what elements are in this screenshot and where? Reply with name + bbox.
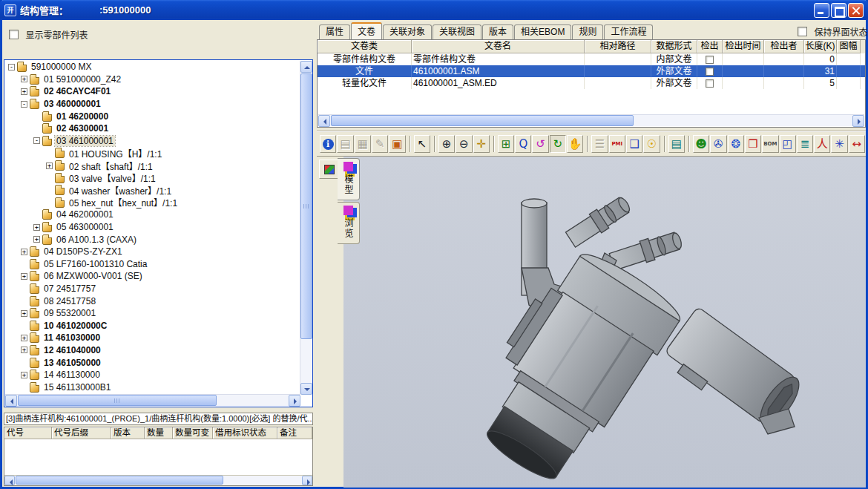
tab[interactable]: 相关EBOM [514,24,571,39]
tree-item-label[interactable]: 04 D150PS-ZY-ZX1 [42,246,124,257]
tree-item-label[interactable]: 15 461130000B1 [42,382,113,393]
zoom-in-button[interactable]: ⊕ [438,135,455,153]
skeleton-button[interactable]: 人 [814,135,830,153]
tab[interactable]: 关联对象 [383,24,432,39]
expand-toggle-icon[interactable]: + [21,347,27,353]
column-header[interactable]: 借用标识状态 [213,427,277,439]
scroll-right-icon[interactable] [302,476,312,485]
tree-item-label[interactable]: 591000000 MX [30,62,93,72]
tree-item-label[interactable]: 02 shaft【shaft】/1:1 [68,160,154,172]
expand-toggle-icon[interactable]: - [21,101,27,108]
light-button[interactable]: ☉ [643,135,660,153]
export-doc-button[interactable]: ▣ [389,135,405,153]
preview-window-button[interactable]: ◰ [780,135,796,153]
viewport-3d[interactable] [343,157,866,488]
expand-toggle-icon[interactable]: + [33,224,40,231]
column-header[interactable]: 检出 [697,40,723,53]
view-cube-button[interactable] [319,160,340,179]
column-header[interactable]: 数量 [145,427,173,439]
tree-item-label[interactable]: 05 hex_nut【hex_nut】/1:1 [68,196,179,209]
checked-out-checkbox[interactable] [706,79,714,88]
close-button[interactable] [848,3,864,18]
table-row[interactable]: 文件461000001.ASM外部文卷31 [318,65,865,77]
expand-toggle-icon[interactable]: + [21,76,27,82]
zoom-dynamic-button[interactable]: Q [515,135,531,153]
tree-item-label[interactable]: 07 24517757 [42,283,97,294]
tree-item-label[interactable]: 09 55320001 [42,308,97,318]
column-header[interactable]: 检出者 [764,40,804,53]
tree-item-label[interactable]: 03 461000001 [55,136,115,146]
expand-toggle-icon[interactable]: + [46,163,53,169]
document-hscrollbar[interactable] [318,114,864,126]
tree-item-label[interactable]: 03 460000001 [42,99,102,109]
expand-toggle-icon[interactable]: + [33,236,40,243]
tab[interactable]: 文卷 [351,22,382,39]
title-bar[interactable]: 开 结构管理： :591000000 [0,0,868,20]
tab[interactable]: 规则 [572,24,603,39]
tree-item-label[interactable]: 05 LF7160-1001310 Catia [42,259,148,269]
scroll-left-icon[interactable] [318,115,330,127]
zoom-window-button[interactable]: ⊞ [498,135,514,153]
rotate-button[interactable]: ↻ [550,135,566,153]
table-row[interactable]: 轻量化文件461000001_ASM.ED外部文卷5 [318,77,865,89]
column-header[interactable]: 数量可变 [173,427,213,439]
tree-item-label[interactable]: 04 462000001 [55,209,115,220]
expand-toggle-icon[interactable]: + [21,88,27,95]
table-row[interactable]: 零部件结构文卷零部件结构文卷内部文卷0 [318,53,865,65]
tree-item-label[interactable]: 01 591000000_Z42 [42,74,122,85]
select-cursor-button[interactable]: ↖ [414,135,430,153]
substitute-hscrollbar[interactable] [4,475,312,485]
explode-button[interactable]: ❂ [728,135,744,153]
pmi-button[interactable]: PMI [609,135,625,153]
cad-model-3d[interactable] [343,157,866,488]
info-button[interactable]: i [320,135,336,153]
column-header[interactable]: 图幅 [837,40,861,53]
checked-out-checkbox[interactable] [706,68,714,76]
iso-view-button[interactable]: ❑ [626,135,642,153]
expand-toggle-icon[interactable]: + [21,273,27,280]
expand-toggle-icon[interactable]: - [8,64,15,70]
scroll-left-icon[interactable] [5,395,17,407]
tree-item-label[interactable]: 06 A100.1.3 (CAXA) [55,234,138,245]
tree-vertical-scrollbar[interactable] [300,61,312,395]
viewer-tab-model[interactable]: 模型 [338,158,360,200]
column-header[interactable]: 版本 [111,427,145,439]
tree-item-label[interactable]: 05 463000001 [55,222,115,232]
expand-toggle-icon[interactable]: + [21,249,27,255]
tree-item-label[interactable]: 01 46200000 [55,111,110,122]
tree-item-label[interactable]: 14 461130000 [42,370,102,380]
substitute-hscroll-thumb[interactable] [16,476,223,485]
show-parts-checkbox[interactable] [9,30,19,39]
zoom-out-button[interactable]: ⊖ [456,135,472,153]
tab[interactable]: 关联视图 [433,24,481,39]
collaboration-button[interactable]: ☻ [693,135,709,153]
viewer-tab-browse[interactable]: 浏览 [338,202,360,244]
column-header[interactable]: 数据形式 [651,40,697,53]
tab[interactable]: 工作流程 [604,24,653,39]
tab[interactable]: 版本 [482,24,513,39]
document-hscroll-thumb[interactable] [331,115,634,126]
tree-item-label[interactable]: 03 valve【valve】/1:1 [68,171,157,184]
tree-horizontal-scrollbar[interactable] [5,394,300,406]
column-header[interactable]: 代号 [4,427,52,439]
tree-item-label[interactable]: 01 HOUSING【H】/1:1 [68,147,163,160]
save-view-button[interactable]: ✇ [710,135,726,153]
maximize-button[interactable] [831,3,846,18]
rotate-center-button[interactable]: ↺ [532,135,548,153]
column-header[interactable]: 文卷类 [318,40,412,53]
column-header[interactable]: 文卷名 [412,40,585,53]
expand-toggle-icon[interactable]: - [33,137,40,144]
bom-button[interactable]: BOM [762,135,778,153]
tree-item-label[interactable]: 12 461040000 [42,345,102,355]
tree-item-label[interactable]: 10 461020000C [42,321,108,331]
tree-item-label[interactable]: 02 46300001 [55,123,110,134]
minimize-button[interactable] [814,3,829,18]
scroll-right-icon[interactable] [852,115,864,127]
tab[interactable]: 属性 [319,24,350,39]
scroll-right-icon[interactable] [289,395,300,407]
tree-item-label[interactable]: 13 461050000 [42,358,102,368]
checked-out-checkbox[interactable] [706,56,714,64]
column-header[interactable]: 代号后缀 [52,427,111,439]
scroll-down-icon[interactable] [300,383,312,395]
pan-hand-button[interactable]: ✋ [567,135,583,153]
